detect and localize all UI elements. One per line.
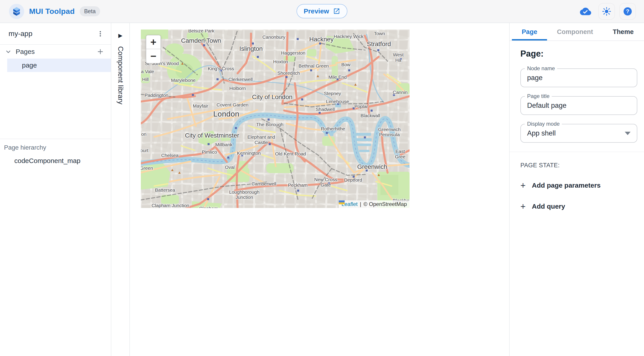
map-label: Hill — [142, 77, 149, 82]
map-label: Chelsea — [161, 153, 178, 158]
map-label: Old Kent Road — [275, 151, 306, 157]
beta-badge: Beta — [80, 6, 100, 16]
map-label: Holborn — [229, 86, 246, 91]
tab-theme[interactable]: Theme — [603, 23, 643, 40]
divider — [0, 139, 111, 139]
dropdown-arrow-icon — [625, 132, 630, 135]
map-zoom-control: + − — [146, 35, 161, 63]
map-attribution: Leaflet | © OpenStreetMap — [339, 200, 410, 208]
preview-button[interactable]: Preview — [296, 4, 347, 18]
attribution-separator: | — [360, 201, 361, 207]
map-label: Bow — [341, 62, 350, 67]
zoom-out-button[interactable]: − — [146, 49, 160, 63]
map-label: Haggerston — [281, 50, 306, 56]
map-label: Bethnal Green — [298, 63, 329, 69]
map-label: West Ha — [392, 52, 404, 63]
open-in-new-icon — [333, 7, 340, 15]
expand-arrow-icon[interactable]: ▶ — [118, 32, 122, 39]
page-item-label: page — [22, 61, 37, 69]
toolpad-editor: MUI Toolpad Beta Preview — [0, 0, 644, 356]
map-label: on — [141, 132, 146, 137]
mui-toolpad-logo-icon — [9, 4, 24, 19]
map-label: The Borough — [256, 122, 283, 127]
map-label: Millbank — [215, 142, 232, 147]
plus-icon: + — [520, 181, 526, 190]
map-label: da Vale — [141, 69, 154, 74]
map-label: Clapham — [199, 206, 218, 208]
inspector-heading: Page: — [520, 49, 637, 59]
add-page-icon[interactable] — [96, 48, 104, 55]
map-label: Clapham Junction — [152, 203, 189, 208]
page-hierarchy-label: Page hierarchy — [4, 144, 111, 151]
map-label: Islington — [239, 45, 263, 52]
map-label: Paddington — [144, 93, 168, 98]
kebab-menu-icon[interactable] — [96, 30, 104, 37]
add-page-parameters-button[interactable]: + Add page parameters — [520, 181, 600, 190]
display-mode-select[interactable]: Display mode App shell — [520, 124, 637, 143]
map-label: Camberwell — [252, 181, 276, 187]
map-label: Loughborough Junction — [229, 189, 259, 200]
map-label: Canonbury — [262, 35, 286, 40]
map-label: King's Cross — [208, 66, 234, 71]
add-query-button[interactable]: + Add query — [520, 202, 565, 211]
add-page-parameters-label: Add page parameters — [532, 181, 600, 189]
map-labels: Belsize ParkCamden TownTownHackney WickC… — [141, 29, 410, 208]
app-name: my-app — [8, 29, 96, 38]
map-label: Kennington — [237, 151, 261, 156]
node-name-input[interactable] — [527, 74, 630, 82]
leaflet-map-component[interactable]: Belsize ParkCamden TownTownHackney WickC… — [141, 29, 410, 208]
map-label: Town — [374, 31, 385, 36]
map-label: City of Westminster — [185, 132, 239, 139]
map-label: ourt — [141, 148, 148, 153]
map-label: Belsize Park — [188, 29, 214, 33]
explorer-sidebar: my-app Pages page Page hierarchy codeCom… — [0, 23, 111, 356]
map-label: Peckham — [288, 182, 308, 188]
map-label: Hackney — [309, 36, 334, 43]
map-label: Shadwell — [316, 107, 335, 112]
preview-button-label: Preview — [304, 7, 329, 15]
node-name-field: Node name — [520, 68, 637, 87]
map-label: Greenwich — [357, 164, 387, 171]
tab-component[interactable]: Component — [547, 23, 603, 40]
add-query-label: Add query — [532, 203, 565, 210]
tab-page[interactable]: Page — [512, 23, 547, 40]
page-title-label: Page title — [525, 93, 552, 99]
map-label: Oval — [225, 165, 235, 170]
app-header: MUI Toolpad Beta Preview — [0, 0, 644, 23]
svg-text:?: ? — [626, 8, 629, 14]
display-mode-value: App shell — [527, 129, 625, 137]
osm-attribution: © OpenStreetMap — [364, 201, 407, 207]
map-label: Hoxton — [273, 59, 288, 65]
pages-section-label: Pages — [16, 48, 92, 55]
map-label: Blackwall — [360, 113, 380, 118]
pages-section-header[interactable]: Pages — [0, 45, 111, 59]
sidebar-item-page[interactable]: page — [7, 59, 111, 72]
map-label: Covent Garden — [216, 102, 248, 108]
map-label: Limehouse — [326, 99, 349, 104]
divider — [510, 152, 644, 152]
zoom-in-button[interactable]: + — [146, 35, 160, 49]
light-mode-icon[interactable] — [598, 3, 615, 20]
header-actions: ? — [577, 0, 636, 22]
map-label: Mayfair — [193, 104, 208, 109]
map-label: Elephant and Castle — [248, 135, 275, 145]
chevron-down-icon — [5, 48, 12, 55]
component-library-strip[interactable]: ▶ Component library — [111, 23, 130, 356]
map-label: Clerkenwell — [228, 77, 253, 82]
ukraine-flag-icon — [339, 200, 344, 204]
app-name-row: my-app — [0, 23, 111, 45]
map-label: Camden Town — [181, 37, 221, 44]
map-label: Greenwich Peninsula — [378, 127, 400, 137]
page-title-input[interactable] — [527, 102, 630, 110]
app-title: MUI Toolpad — [29, 7, 75, 16]
map-label: Deptford — [344, 177, 362, 183]
inspector-tabs: Page Component Theme — [510, 23, 644, 41]
map-label: Shoreditch — [278, 70, 300, 76]
inspector-panel: Page Component Theme Page: Node name Pag… — [509, 23, 644, 356]
help-icon[interactable]: ? — [619, 3, 636, 20]
hierarchy-item-codecomponent-map[interactable]: codeComponent_map — [14, 157, 111, 165]
brand: MUI Toolpad Beta — [9, 4, 100, 19]
cloud-done-icon[interactable] — [577, 3, 594, 20]
map-label: Stratford — [367, 41, 391, 48]
map-label: East Gree — [395, 149, 406, 159]
